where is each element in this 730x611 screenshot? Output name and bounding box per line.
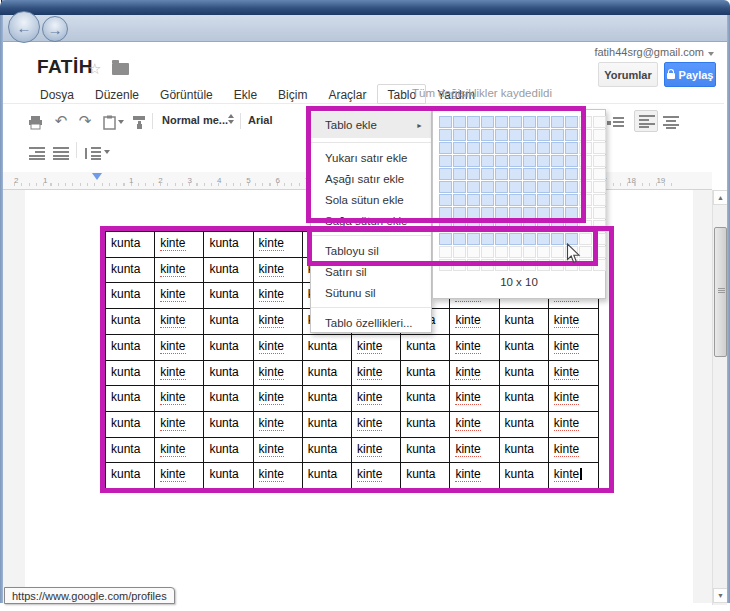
paint-format-icon[interactable] — [130, 113, 148, 131]
menu-düzenle[interactable]: Düzenle — [85, 84, 149, 104]
grid-cell[interactable] — [593, 155, 606, 167]
window-titlebar[interactable] — [0, 0, 730, 15]
account-email: fatih44srg@gmail.com — [594, 46, 704, 58]
share-label: Paylaş — [679, 69, 714, 81]
back-icon: ← — [17, 20, 32, 35]
save-status: Tüm değişiklikler kaydedildi — [412, 87, 552, 99]
account-caret-icon — [708, 52, 714, 56]
document-title[interactable]: FATİH — [37, 56, 93, 78]
ruler-number: 1 — [43, 176, 47, 185]
undo-icon[interactable]: ↶ — [52, 112, 70, 130]
window-border-bottom — [0, 603, 730, 611]
line-spacing-caret-icon[interactable] — [104, 150, 110, 154]
menu-biçim[interactable]: Biçim — [268, 84, 317, 104]
ruler-number: 19 — [656, 176, 665, 185]
paste-icon[interactable] — [100, 113, 118, 131]
grid-cell[interactable] — [593, 168, 606, 180]
line-spacing-icon[interactable] — [84, 144, 102, 162]
ruler-number: 3 — [188, 176, 192, 185]
menu-görüntüle[interactable]: Görüntüle — [150, 84, 223, 104]
ruler-number: 2 — [14, 176, 18, 185]
ruler-number: 2 — [158, 176, 162, 185]
align-left-active-box[interactable] — [634, 110, 658, 132]
star-document-icon[interactable]: ☆ — [88, 60, 101, 78]
grid-cell[interactable] — [593, 181, 606, 193]
style-dropdown[interactable]: Normal me... — [162, 114, 228, 126]
scroll-up-icon[interactable]: ▲ — [713, 190, 728, 205]
annotation-box-menu-top — [306, 106, 586, 223]
share-button[interactable]: Paylaş — [664, 62, 716, 87]
back-button[interactable]: ← — [8, 11, 40, 43]
grid-cell[interactable] — [593, 194, 606, 206]
menu-araçlar[interactable]: Araçlar — [318, 84, 376, 104]
print-icon[interactable] — [26, 113, 44, 131]
menu-dosya[interactable]: Dosya — [30, 84, 84, 104]
grid-cell[interactable] — [593, 142, 606, 154]
scrollbar-thumb[interactable] — [714, 227, 727, 357]
align-center-icon[interactable] — [662, 113, 680, 131]
vertical-scrollbar[interactable]: ▲ ▼ — [712, 190, 727, 605]
folder-icon[interactable] — [112, 63, 129, 75]
ruler-number: 18 — [627, 176, 636, 185]
ruler-number: 6 — [276, 176, 280, 185]
left-indent-marker[interactable] — [92, 173, 102, 180]
ruler-number: 1 — [129, 176, 133, 185]
indent-decrease-icon[interactable] — [28, 144, 46, 162]
redo-icon[interactable]: ↷ — [76, 112, 94, 130]
checklist-icon[interactable] — [606, 113, 624, 131]
browser-navbar — [3, 15, 727, 42]
ruler-number: 5 — [246, 176, 250, 185]
justify-icon[interactable] — [52, 144, 70, 162]
share-lock-icon — [667, 73, 675, 79]
window-border-left — [0, 15, 3, 603]
grid-cell[interactable] — [593, 116, 606, 128]
mouse-cursor-icon — [566, 243, 581, 268]
scroll-down-icon[interactable]: ▼ — [713, 588, 728, 603]
ruler-number: 4 — [217, 176, 221, 185]
paste-caret-icon[interactable] — [118, 120, 124, 124]
forward-button[interactable]: → — [42, 16, 68, 42]
grid-cell[interactable] — [593, 207, 606, 219]
forward-icon: → — [48, 22, 63, 37]
comments-button[interactable]: Yorumlar — [598, 62, 658, 87]
font-dropdown[interactable]: Arial — [248, 114, 272, 126]
style-spinner-icon[interactable] — [228, 114, 235, 124]
grid-cell[interactable] — [593, 129, 606, 141]
annotation-box-table — [100, 226, 614, 493]
status-url-tooltip: https://www.google.com/profiles — [4, 587, 175, 604]
menu-ekle[interactable]: Ekle — [224, 84, 267, 104]
account-menu[interactable]: fatih44srg@gmail.com — [594, 46, 714, 58]
